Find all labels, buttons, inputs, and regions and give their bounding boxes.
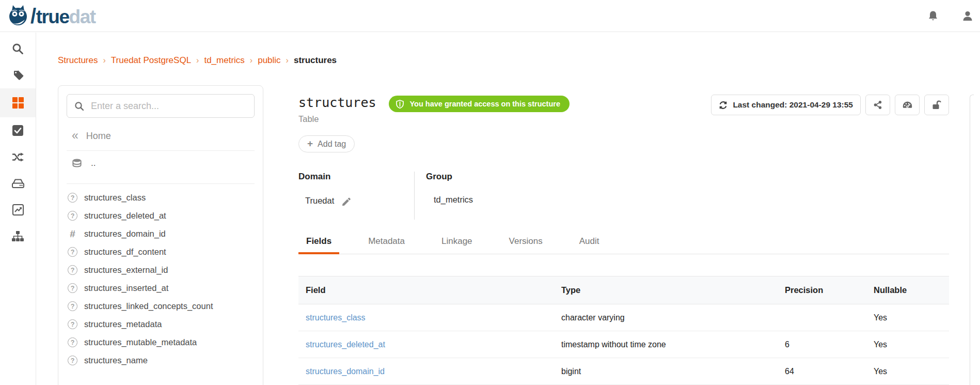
nav-item-sources[interactable] [0,170,36,196]
tree-field-label: structures_domain_id [84,229,166,239]
tab-versions[interactable]: Versions [501,236,550,254]
tags-icon [11,69,25,82]
breadcrumb-structures[interactable]: Structures [58,55,98,66]
last-changed-button[interactable]: Last changed: 2021-04-29 13:55 [711,95,861,115]
tree-field-label: structures_mutable_metadata [84,337,197,347]
tab-linkage[interactable]: Linkage [434,236,480,254]
search-icon [74,101,84,111]
tree-field-label: structures_name [84,356,148,365]
tree-field-label: structures_linked_concepts_count [84,301,213,311]
table-row: structures_deleted_at timestamp without … [298,331,949,358]
question-circle-icon: ? [68,283,77,293]
shuffle-icon [11,151,24,163]
left-nav-rail [0,33,36,385]
chart-line-icon [12,204,24,216]
field-link[interactable]: structures_deleted_at [306,340,385,349]
question-circle-icon: ? [68,337,77,347]
structure-tree-panel: « Home .. ? structures_class ? structure… [58,85,263,385]
meta-section: Domain Truedat Group td_metrics [298,172,473,220]
column-header-nullable: Nullable [866,276,949,304]
edit-pencil-icon[interactable] [341,196,351,206]
notifications-button[interactable] [927,10,939,22]
field-type-cell: character varying [554,304,778,331]
tree-field-item[interactable]: ? structures_external_id [67,261,255,279]
group-label: Group [426,172,473,182]
last-changed-label: Last changed: 2021-04-29 13:55 [733,100,853,110]
share-button[interactable] [865,95,890,115]
check-square-icon [12,125,24,136]
question-circle-icon: ? [68,265,77,275]
domain-block: Domain Truedat [298,172,414,220]
question-circle-icon: ? [68,319,77,329]
tree-search-box [67,94,255,118]
grid-icon [12,97,24,109]
topbar: /truedat [0,0,980,32]
tab-audit[interactable]: Audit [572,236,607,254]
group-value: td_metrics [426,195,473,205]
field-type-cell: bigint [554,358,778,385]
tree-field-label: structures_df_content [84,247,166,257]
nav-item-taxonomy[interactable] [0,223,36,249]
table-row: structures_domain_id bigint 64 Yes [298,358,949,385]
tree-field-list: ? structures_class ? structures_deleted_… [67,189,255,369]
field-nullable-cell: Yes [866,358,949,385]
search-icon [11,42,24,55]
domain-label: Domain [298,172,414,182]
breadcrumb-schema[interactable]: public [258,55,280,66]
breadcrumb-system[interactable]: Truedat PostgreSQL [111,55,191,66]
tree-field-label: structures_deleted_at [84,211,166,221]
unlock-icon [931,100,942,110]
owl-icon [7,4,29,28]
column-header-field: Field [298,276,554,304]
tree-field-item[interactable]: ? structures_mutable_metadata [67,333,255,351]
breadcrumb-separator: › [196,56,199,65]
divider [67,183,255,184]
drive-icon [11,177,25,190]
field-type-cell: timestamp without time zone [554,331,778,358]
tree-field-item[interactable]: # structures_domain_id [67,225,255,243]
scrollbar[interactable] [970,95,974,385]
field-precision-cell: 6 [778,331,866,358]
field-precision-cell: 64 [778,358,866,385]
question-circle-icon: ? [68,247,77,257]
tree-field-item[interactable]: ? structures_metadata [67,315,255,333]
bell-icon [927,10,939,22]
fields-table: Field Type Precision Nullable structures… [298,276,949,385]
field-link[interactable]: structures_domain_id [306,367,385,376]
tree-field-item[interactable]: ? structures_deleted_at [67,207,255,225]
structure-controls: Last changed: 2021-04-29 13:55 [711,95,949,115]
tree-field-item[interactable]: ? structures_name [67,351,255,369]
quality-gauge-button[interactable] [895,95,920,115]
breadcrumb-database[interactable]: td_metrics [204,55,244,66]
add-tag-button[interactable]: + Add tag [298,135,355,152]
tree-parent-item[interactable]: .. [67,151,255,175]
topbar-actions [927,10,980,22]
tree-field-label: structures_metadata [84,319,162,329]
truedat-logo[interactable]: /truedat [0,4,96,28]
nav-item-search[interactable] [0,36,36,62]
tree-search-input[interactable] [91,101,247,112]
logo-wordmark: /truedat [30,6,96,26]
tree-field-item[interactable]: ? structures_inserted_at [67,279,255,297]
user-menu-button[interactable] [961,10,974,22]
nav-item-structures[interactable] [0,88,36,117]
question-circle-icon: ? [68,193,77,203]
nav-item-quality[interactable] [0,117,36,144]
tree-home-button[interactable]: « Home [67,131,255,142]
field-link[interactable]: structures_class [306,313,366,322]
tree-field-item[interactable]: ? structures_df_content [67,243,255,261]
nav-item-lineage[interactable] [0,144,36,170]
group-block: Group td_metrics [415,172,473,220]
column-header-precision: Precision [778,276,866,304]
question-circle-icon: ? [68,356,77,365]
tree-field-item[interactable]: ? structures_linked_concepts_count [67,297,255,315]
tree-field-item[interactable]: ? structures_class [67,189,255,207]
nav-item-glossary[interactable] [0,62,36,88]
tab-metadata[interactable]: Metadata [360,236,413,254]
chevrons-left-icon: « [72,130,78,142]
nav-item-dashboards[interactable] [0,196,36,223]
unlock-button[interactable] [924,95,949,115]
breadcrumb-separator: › [286,56,289,65]
table-row: structures_class character varying Yes [298,304,949,331]
tab-fields[interactable]: Fields [298,236,339,254]
